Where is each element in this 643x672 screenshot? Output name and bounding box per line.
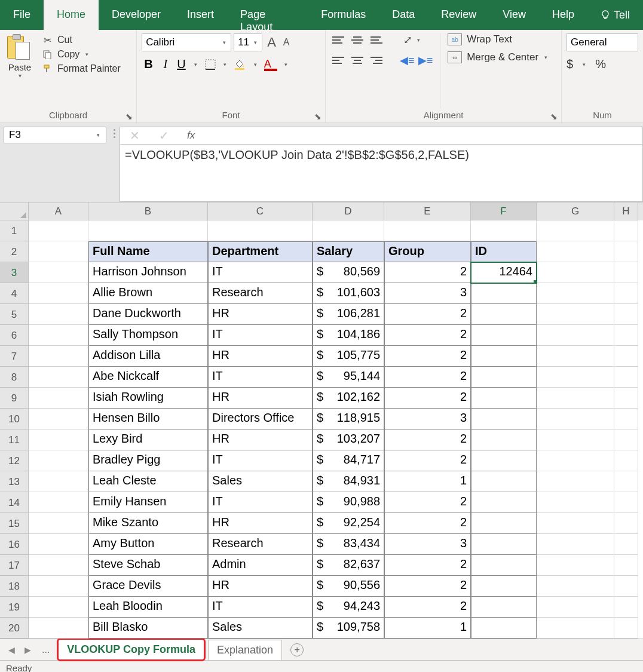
row-header-19[interactable]: 19 bbox=[0, 597, 29, 618]
cell-name-7[interactable]: Addison Lilla bbox=[88, 346, 208, 367]
cell-A19[interactable] bbox=[29, 597, 88, 618]
cell-group-12[interactable]: 2 bbox=[384, 450, 471, 471]
cell-salary-18[interactable]: $90,556 bbox=[313, 576, 384, 597]
cell-G2[interactable] bbox=[537, 241, 614, 262]
cell-id-3[interactable]: 12464 bbox=[471, 262, 537, 283]
cell-G6[interactable] bbox=[537, 325, 614, 346]
cell-H10[interactable] bbox=[614, 409, 638, 429]
cell-group-8[interactable]: 2 bbox=[384, 367, 471, 388]
cell-salary-12[interactable]: $84,717 bbox=[313, 450, 384, 471]
cell-dept-13[interactable]: Sales bbox=[208, 471, 313, 492]
cell-id-8[interactable] bbox=[471, 367, 537, 388]
row-header-1[interactable]: 1 bbox=[0, 220, 29, 241]
cell-id-4[interactable] bbox=[471, 283, 537, 304]
cell-dept-5[interactable]: HR bbox=[208, 304, 313, 325]
cell-dept-8[interactable]: IT bbox=[208, 367, 313, 388]
cell-salary-9[interactable]: $102,162 bbox=[313, 388, 384, 409]
decrease-font-icon[interactable]: A bbox=[281, 37, 292, 48]
cell-G17[interactable] bbox=[537, 555, 614, 576]
cell-dept-16[interactable]: Research bbox=[208, 534, 313, 555]
cell-A2[interactable] bbox=[29, 241, 88, 262]
cell-dept-4[interactable]: Research bbox=[208, 283, 313, 304]
cell-group-18[interactable]: 2 bbox=[384, 576, 471, 597]
cell-H9[interactable] bbox=[614, 388, 638, 409]
row-header-16[interactable]: 16 bbox=[0, 534, 29, 555]
cell-group-9[interactable]: 2 bbox=[384, 388, 471, 409]
accounting-format-button[interactable]: $ bbox=[567, 57, 573, 71]
font-launcher-icon[interactable]: ⬊ bbox=[314, 112, 323, 120]
cell-G10[interactable] bbox=[537, 409, 614, 429]
cell-salary-14[interactable]: $90,988 bbox=[313, 492, 384, 513]
font-size-select[interactable]: 11▾ bbox=[234, 33, 262, 51]
cell-A12[interactable] bbox=[29, 450, 88, 471]
cell-F1[interactable] bbox=[471, 220, 537, 241]
cell-dept-7[interactable]: HR bbox=[208, 346, 313, 367]
cell-dept-11[interactable]: HR bbox=[208, 429, 313, 450]
cell-group-10[interactable]: 3 bbox=[384, 409, 471, 429]
col-header-a[interactable]: A bbox=[29, 202, 88, 220]
tab-insert[interactable]: Insert bbox=[174, 0, 227, 30]
format-painter-button[interactable]: Format Painter bbox=[42, 63, 121, 74]
number-format-select[interactable]: General bbox=[567, 33, 638, 51]
align-bottom-button[interactable] bbox=[369, 33, 384, 47]
tab-formulas[interactable]: Formulas bbox=[308, 0, 379, 30]
cell-group-5[interactable]: 2 bbox=[384, 304, 471, 325]
font-color-dropdown[interactable]: ▾ bbox=[283, 62, 289, 67]
cells[interactable]: Full NameDepartmentSalaryGroupIDHarrison… bbox=[29, 220, 638, 639]
row-header-9[interactable]: 9 bbox=[0, 388, 29, 409]
formula-bar[interactable]: =VLOOKUP($B3,'VLOOKUP Join Data 2'!$B$2:… bbox=[120, 145, 643, 202]
cell-A15[interactable] bbox=[29, 513, 88, 534]
cell-id-5[interactable] bbox=[471, 304, 537, 325]
increase-indent-button[interactable]: ▶≡ bbox=[418, 54, 433, 67]
align-top-button[interactable] bbox=[330, 33, 346, 47]
cell-name-5[interactable]: Dane Duckworth bbox=[88, 304, 208, 325]
cell-name-17[interactable]: Steve Schab bbox=[88, 555, 208, 576]
cell-group-7[interactable]: 2 bbox=[384, 346, 471, 367]
font-name-select[interactable]: Calibri▾ bbox=[142, 33, 231, 51]
cell-dept-12[interactable]: IT bbox=[208, 450, 313, 471]
cell-name-9[interactable]: Isiah Rowling bbox=[88, 388, 208, 409]
cell-group-16[interactable]: 3 bbox=[384, 534, 471, 555]
cell-A7[interactable] bbox=[29, 346, 88, 367]
cell-H14[interactable] bbox=[614, 492, 638, 513]
cell-name-18[interactable]: Grace Devils bbox=[88, 576, 208, 597]
fill-color-button[interactable] bbox=[234, 58, 247, 71]
clipboard-launcher-icon[interactable]: ⬊ bbox=[125, 112, 134, 120]
cell-H16[interactable] bbox=[614, 534, 638, 555]
sheet-nav-left-icon[interactable]: ◀ bbox=[5, 645, 19, 655]
underline-button[interactable]: U bbox=[176, 57, 186, 71]
cell-name-3[interactable]: Harrison Johnson bbox=[88, 262, 208, 283]
cell-id-15[interactable] bbox=[471, 513, 537, 534]
col-header-g[interactable]: G bbox=[537, 202, 614, 220]
cell-G20[interactable] bbox=[537, 618, 614, 639]
fill-dropdown[interactable]: ▾ bbox=[253, 62, 258, 67]
cell-id-9[interactable] bbox=[471, 388, 537, 409]
cell-id-12[interactable] bbox=[471, 450, 537, 471]
cell-A16[interactable] bbox=[29, 534, 88, 555]
cell-G5[interactable] bbox=[537, 304, 614, 325]
cell-H19[interactable] bbox=[614, 597, 638, 618]
header-group[interactable]: Group bbox=[384, 241, 471, 262]
cell-G4[interactable] bbox=[537, 283, 614, 304]
cell-B1[interactable] bbox=[88, 220, 208, 241]
cell-A10[interactable] bbox=[29, 409, 88, 429]
sheet-tab-active[interactable]: VLOOKUP Copy Formula bbox=[57, 638, 206, 661]
bold-button[interactable]: B bbox=[142, 57, 155, 71]
cell-name-16[interactable]: Amy Button bbox=[88, 534, 208, 555]
cell-id-19[interactable] bbox=[471, 597, 537, 618]
decrease-indent-button[interactable]: ◀≡ bbox=[400, 54, 415, 67]
cell-H3[interactable] bbox=[614, 262, 638, 283]
name-box[interactable]: F3▾ bbox=[4, 127, 106, 143]
cell-H18[interactable] bbox=[614, 576, 638, 597]
row-header-18[interactable]: 18 bbox=[0, 576, 29, 597]
align-left-button[interactable] bbox=[330, 54, 346, 67]
paste-button[interactable]: Paste ▾ bbox=[5, 33, 35, 109]
cell-salary-3[interactable]: $80,569 bbox=[313, 262, 384, 283]
cell-G19[interactable] bbox=[537, 597, 614, 618]
cell-G9[interactable] bbox=[537, 388, 614, 409]
cancel-formula-button[interactable]: ✕ bbox=[120, 128, 149, 143]
col-header-b[interactable]: B bbox=[88, 202, 208, 220]
cell-salary-5[interactable]: $106,281 bbox=[313, 304, 384, 325]
col-header-c[interactable]: C bbox=[208, 202, 313, 220]
cell-group-17[interactable]: 2 bbox=[384, 555, 471, 576]
